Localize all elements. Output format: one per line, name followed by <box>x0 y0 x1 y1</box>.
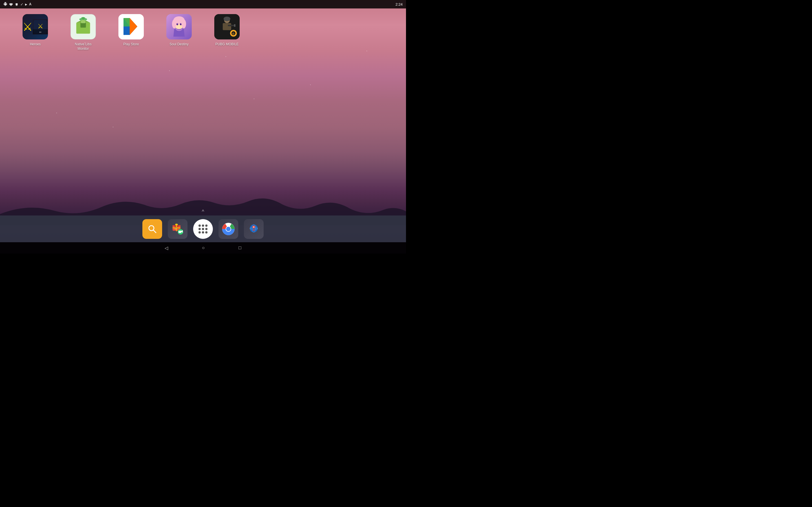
dot <box>202 224 204 227</box>
dot <box>199 224 201 227</box>
dot <box>205 228 207 230</box>
svg-point-29 <box>182 19 186 29</box>
svg-point-49 <box>175 224 178 225</box>
svg-rect-38 <box>228 25 235 26</box>
app-label-pubg: PUBG MOBILE <box>215 42 239 47</box>
svg-point-57 <box>226 227 231 231</box>
app-icon-heroes[interactable]: ⚔ EA <box>22 14 48 40</box>
app-icon-soul-destiny[interactable] <box>166 14 192 40</box>
svg-point-28 <box>172 19 176 29</box>
svg-point-12 <box>84 18 87 20</box>
sparkle <box>310 84 311 85</box>
svg-text:💳: 💳 <box>174 227 177 230</box>
app-item-heroes[interactable]: ⚔ EA Heroes <box>22 14 48 47</box>
dock-bar: 💳 <box>0 216 406 242</box>
check-icon: ✓ <box>20 2 23 6</box>
app-item-soul-destiny[interactable]: Soul Destiny <box>166 14 192 47</box>
sparkle <box>56 113 57 113</box>
drawer-dots <box>199 224 207 233</box>
svg-point-11 <box>79 18 83 20</box>
svg-point-63 <box>253 226 254 228</box>
svg-rect-52 <box>179 231 181 233</box>
status-time: 2:24 <box>396 2 403 6</box>
status-icons-left: ✓ ▶ A <box>3 2 32 6</box>
app-icon-pubg[interactable]: ⚙ <box>214 14 240 40</box>
play-icon: ▶ <box>25 3 28 6</box>
app-label-soul-destiny: Soul Destiny <box>169 42 188 47</box>
dot <box>202 228 204 230</box>
dock-item-search[interactable] <box>142 219 162 239</box>
dock-item-chrome[interactable] <box>218 219 238 239</box>
nav-back-button[interactable]: ◁ <box>165 245 168 251</box>
dot <box>199 231 201 233</box>
app-item-pubg[interactable]: ⚙ PUBG MOBILE <box>214 14 240 47</box>
nav-recent-button[interactable]: □ <box>239 245 241 250</box>
svg-rect-39 <box>234 24 236 27</box>
sparkle <box>169 70 170 71</box>
app-grid: ⚔ EA Heroes <box>22 14 240 51</box>
svg-point-32 <box>177 24 178 24</box>
nav-bar: ◁ ○ □ <box>0 242 406 253</box>
svg-point-33 <box>181 24 181 24</box>
dot <box>199 228 201 230</box>
svg-text:⚙: ⚙ <box>232 32 235 35</box>
svg-text:⚔: ⚔ <box>38 22 43 30</box>
svg-rect-37 <box>223 23 231 30</box>
sparkle <box>366 51 367 51</box>
app-icon-native-libs[interactable] <box>70 14 96 40</box>
svg-point-30 <box>176 23 178 25</box>
svg-text:EA: EA <box>39 31 42 33</box>
android-icon-2 <box>9 2 13 6</box>
android-icon-1 <box>3 2 7 6</box>
dock-item-app-drawer[interactable] <box>193 219 213 239</box>
sparkle <box>254 99 254 99</box>
dot <box>205 224 207 227</box>
app-label-play-store: Play Store <box>123 42 139 47</box>
nav-home-button[interactable]: ○ <box>202 245 205 250</box>
sparkle <box>113 127 113 127</box>
app-label-heroes: Heroes <box>30 42 41 47</box>
svg-point-36 <box>223 17 231 21</box>
dot <box>205 231 207 233</box>
a-icon: A <box>29 2 32 6</box>
status-bar: ✓ ▶ A 2:24 <box>0 0 406 8</box>
svg-line-44 <box>153 230 156 233</box>
app-item-play-store[interactable]: Play Store <box>118 14 144 47</box>
svg-point-31 <box>180 23 182 25</box>
dock-chevron[interactable]: ^ <box>202 209 204 215</box>
dock-item-maps[interactable] <box>244 219 264 239</box>
app-icon-play-store[interactable] <box>118 14 144 40</box>
app-item-native-libs[interactable]: Native Libs Monitor <box>70 14 96 51</box>
dot <box>202 231 204 233</box>
svg-rect-8 <box>80 22 86 27</box>
android-icon-3 <box>15 2 18 6</box>
app-label-native-libs: Native Libs Monitor <box>70 42 96 51</box>
dock-item-facetime[interactable]: 💳 <box>168 219 188 239</box>
sparkle <box>225 56 226 57</box>
